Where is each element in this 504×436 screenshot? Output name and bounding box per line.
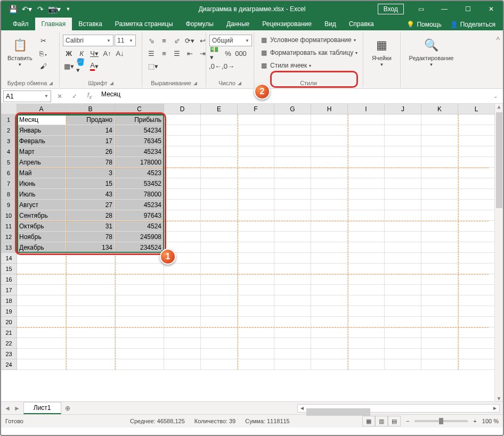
cell[interactable] <box>311 125 348 136</box>
cell[interactable] <box>66 359 115 370</box>
zoom-slider[interactable] <box>414 420 468 422</box>
cell[interactable] <box>164 274 201 285</box>
cell[interactable] <box>66 274 115 285</box>
view-normal-icon[interactable]: ▦ <box>362 416 375 426</box>
cell[interactable] <box>274 359 311 370</box>
increase-font-icon[interactable]: A↑ <box>101 47 113 59</box>
row-header[interactable]: 16 <box>1 274 17 285</box>
cell[interactable] <box>115 295 164 306</box>
editing-button[interactable]: 🔍 Редактирование ▼ <box>406 35 457 69</box>
cell[interactable] <box>115 306 164 317</box>
cell[interactable]: 78 <box>66 232 115 242</box>
row-header[interactable]: 21 <box>1 327 17 338</box>
row-header[interactable]: 6 <box>1 168 17 178</box>
cell[interactable] <box>17 349 66 359</box>
cell[interactable] <box>458 200 495 210</box>
percent-format-icon[interactable]: % <box>222 47 234 59</box>
cell[interactable] <box>201 242 238 253</box>
cell[interactable] <box>311 136 348 146</box>
cell[interactable] <box>201 157 238 168</box>
cell[interactable] <box>164 210 201 221</box>
cell[interactable]: Март <box>17 146 66 157</box>
copy-icon[interactable]: ⎘▾ <box>38 47 50 59</box>
column-header[interactable]: B <box>66 104 115 114</box>
qat-customize-icon[interactable]: ▼ <box>62 3 75 15</box>
cell[interactable] <box>201 114 238 125</box>
cell[interactable] <box>238 274 274 285</box>
cell[interactable] <box>311 359 348 370</box>
cell[interactable] <box>348 114 385 125</box>
cell[interactable] <box>348 136 385 146</box>
cell[interactable] <box>311 221 348 232</box>
cell[interactable] <box>311 349 348 359</box>
cell[interactable]: Продано <box>66 114 115 125</box>
cell[interactable] <box>385 189 421 200</box>
align-center-icon[interactable]: ≡ <box>158 47 170 59</box>
cell[interactable] <box>348 146 385 157</box>
cell[interactable]: 53452 <box>115 178 164 189</box>
vertical-scrollbar[interactable]: ▲ ▼ <box>494 104 503 401</box>
cell[interactable] <box>238 178 274 189</box>
cell[interactable] <box>311 178 348 189</box>
cell[interactable] <box>274 242 311 253</box>
cell[interactable] <box>311 157 348 168</box>
cell[interactable] <box>421 295 458 306</box>
cell[interactable] <box>115 327 164 338</box>
column-header[interactable]: L <box>458 104 495 114</box>
row-header[interactable]: 3 <box>1 136 17 146</box>
row-header[interactable]: 4 <box>1 146 17 157</box>
cell[interactable] <box>458 242 495 253</box>
cell[interactable] <box>238 327 274 338</box>
cell[interactable] <box>164 338 201 349</box>
row-header[interactable]: 23 <box>1 349 17 359</box>
cell[interactable] <box>348 264 385 274</box>
increase-decimal-icon[interactable]: ,0← <box>209 60 221 72</box>
cell[interactable] <box>421 264 458 274</box>
cell[interactable] <box>385 327 421 338</box>
cell[interactable] <box>17 327 66 338</box>
cell[interactable]: 97643 <box>115 210 164 221</box>
cell[interactable]: 45234 <box>115 146 164 157</box>
collapse-ribbon-icon[interactable]: ^ <box>493 32 503 87</box>
cell[interactable] <box>274 168 311 178</box>
cell[interactable] <box>17 295 66 306</box>
cell[interactable]: 234524 <box>115 242 164 253</box>
cell[interactable] <box>115 285 164 295</box>
number-format-combo[interactable]: Общий▼ <box>209 35 252 46</box>
cell[interactable] <box>201 189 238 200</box>
cell[interactable] <box>201 349 238 359</box>
cell[interactable] <box>115 338 164 349</box>
cell[interactable] <box>274 295 311 306</box>
row-header[interactable]: 18 <box>1 295 17 306</box>
cell[interactable] <box>164 359 201 370</box>
zoom-out-icon[interactable]: − <box>406 418 409 424</box>
cell[interactable]: 4524 <box>115 221 164 232</box>
cell[interactable]: 78 <box>66 157 115 168</box>
cell[interactable] <box>458 274 495 285</box>
name-box[interactable]: A1▼ <box>3 91 51 102</box>
cell[interactable] <box>421 274 458 285</box>
cell[interactable] <box>115 264 164 274</box>
cell[interactable] <box>201 136 238 146</box>
cell[interactable] <box>311 114 348 125</box>
cell[interactable] <box>385 136 421 146</box>
cell[interactable]: Январь <box>17 125 66 136</box>
cell[interactable] <box>238 168 274 178</box>
cell[interactable]: 27 <box>66 200 115 210</box>
cell[interactable] <box>348 232 385 242</box>
font-size-combo[interactable]: 11▼ <box>115 35 136 46</box>
cell[interactable] <box>458 114 495 125</box>
cell[interactable] <box>458 178 495 189</box>
cell[interactable] <box>421 253 458 264</box>
cell[interactable] <box>201 168 238 178</box>
cell[interactable] <box>348 210 385 221</box>
cell[interactable]: Октябрь <box>17 221 66 232</box>
cell[interactable] <box>348 157 385 168</box>
cell[interactable] <box>385 253 421 264</box>
cell[interactable] <box>201 125 238 136</box>
cancel-formula-icon[interactable]: ✕ <box>53 91 66 102</box>
row-header[interactable]: 19 <box>1 306 17 317</box>
cell[interactable] <box>164 189 201 200</box>
cell[interactable] <box>274 125 311 136</box>
cell[interactable]: 45234 <box>115 200 164 210</box>
